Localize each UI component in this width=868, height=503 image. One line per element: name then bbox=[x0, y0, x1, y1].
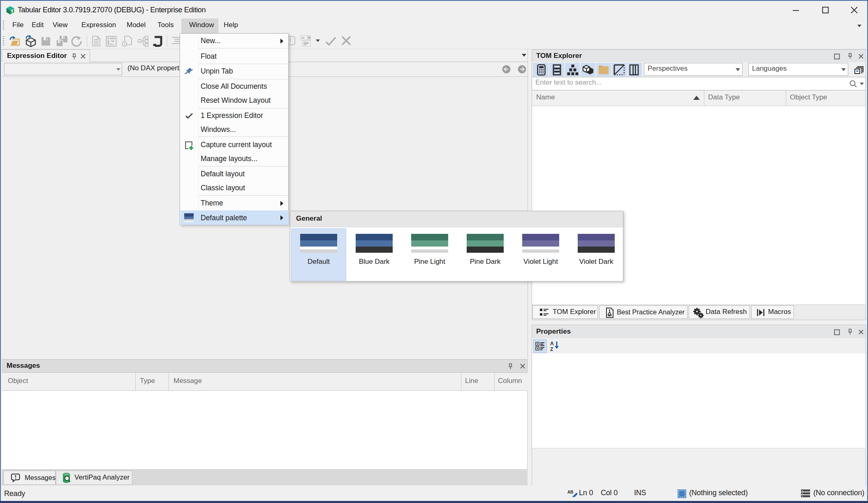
svg-text:A: A bbox=[550, 341, 554, 346]
svg-text:AB: AB bbox=[567, 490, 573, 494]
svg-text:Z: Z bbox=[550, 346, 553, 352]
